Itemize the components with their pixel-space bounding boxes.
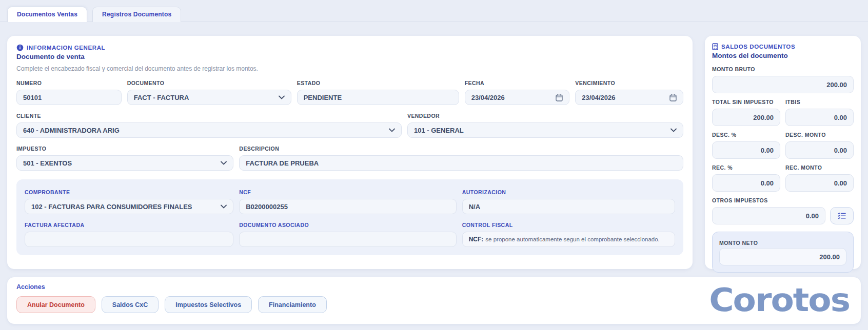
vendedor-select[interactable]: 101 - GENERAL [407,122,683,138]
saldos-cxc-button[interactable]: Saldos CxC [102,296,159,313]
financiamiento-button[interactable]: Financiamiento [258,296,327,313]
factura-afectada-label: FACTURA AFECTADA [25,222,233,228]
anular-documento-button[interactable]: Anular Documento [16,296,95,313]
rec-monto-label: REC. MONTO [785,164,854,171]
section-title-text: INFORMACION GENERAL [27,45,105,51]
comprobante-label: COMPROBANTE [25,189,233,195]
descripcion-input[interactable] [239,155,683,171]
tab-registros-documentos[interactable]: Registros Documentos [92,7,181,22]
monto-neto-label: MONTO NETO [719,240,758,246]
checklist-icon [838,212,846,219]
rec-pct-input[interactable] [712,174,780,192]
chevron-down-icon [670,128,677,132]
otros-impuestos-input[interactable] [712,207,825,224]
main-content: INFORMACION GENERAL Documento de venta C… [7,36,861,269]
documento-select[interactable]: FACT - FACTURA [127,90,291,105]
itbis-input[interactable] [785,109,854,126]
numero-input[interactable] [16,90,122,105]
tab-bar: Documentos Ventas Registros Documentos [0,0,868,22]
vencimiento-label: VENCIMIENTO [575,80,683,86]
estado-label: ESTADO [297,80,459,86]
chevron-down-icon [279,95,285,99]
cliente-label: CLIENTE [16,113,402,119]
impuesto-select[interactable]: 501 - EXENTOS [16,155,233,171]
section-header: INFORMACION GENERAL [16,44,683,51]
monto-bruto-input[interactable] [712,76,854,93]
desc-pct-input[interactable] [712,141,780,159]
impuesto-label: IMPUESTO [16,146,233,152]
rec-pct-label: REC. % [712,164,780,171]
total-sin-impuesto-input[interactable] [712,109,780,126]
ncf-label: NCF [239,189,456,195]
actions-bar: Acciones Anular Documento Saldos CxC Imp… [7,277,861,324]
control-fiscal-note: NCF: se propone automaticamente segun el… [462,232,675,247]
saldos-header: SALDOS DOCUMENTOS [712,43,854,50]
saldos-title-text: SALDOS DOCUMENTOS [721,44,795,50]
descripcion-label: DESCRIPCION [239,146,683,152]
estado-input[interactable] [297,90,459,105]
saldos-subtitle: Montos del documento [712,52,854,59]
section-subtitle: Documento de venta [16,53,683,60]
documento-asociado-input[interactable] [239,232,456,247]
tab-documentos-ventas[interactable]: Documentos Ventas [7,7,87,22]
chevron-down-icon [221,161,227,165]
monto-neto-input[interactable] [719,248,846,265]
otros-impuestos-detail-button[interactable] [830,207,854,224]
calendar-icon[interactable] [669,94,677,101]
calendar-icon[interactable] [556,94,563,101]
corotos-logo: Corotos [702,278,857,322]
desc-pct-label: DESC. % [712,132,780,138]
saldos-documentos-panel: SALDOS DOCUMENTOS Montos del documento M… [705,36,861,269]
calculator-icon [712,43,718,50]
otros-impuestos-label: OTROS IMPUESTOS [712,197,854,203]
total-sin-impuesto-label: TOTAL SIN IMPUESTO [712,99,780,105]
section-description: Complete el encabezado fiscal y comercia… [16,65,683,72]
cliente-select[interactable]: 640 - ADMINISTRADORA ARIG [16,122,402,138]
monto-neto-box: MONTO NETO [712,232,854,273]
vendedor-label: VENDEDOR [407,113,683,119]
desc-monto-label: DESC. MONTO [785,132,854,138]
desc-monto-input[interactable] [785,141,854,159]
informacion-general-panel: INFORMACION GENERAL Documento de venta C… [7,36,693,269]
documento-asociado-label: DOCUMENTO ASOCIADO [239,222,456,228]
fecha-date-input[interactable]: 23/04/2026 [465,90,570,105]
documento-label: DOCUMENTO [127,80,291,86]
fecha-label: FECHA [465,80,570,86]
info-icon [16,44,24,51]
impuestos-selectivos-button[interactable]: Impuestos Selectivos [165,296,252,313]
monto-bruto-label: MONTO BRUTO [712,66,854,72]
rec-monto-input[interactable] [785,174,854,192]
numero-label: NUMERO [16,80,122,86]
fiscal-subpanel: COMPROBANTE 102 - FACTURAS PARA CONSUMID… [16,179,683,255]
autorizacion-label: AUTORIZACION [462,189,675,195]
control-fiscal-label: CONTROL FISCAL [462,222,675,228]
chevron-down-icon [389,128,395,132]
comprobante-select[interactable]: 102 - FACTURAS PARA CONSUMIDORES FINALES [25,199,233,214]
ncf-input[interactable] [239,199,456,214]
factura-afectada-input[interactable] [25,232,233,247]
chevron-down-icon [221,204,227,209]
autorizacion-input[interactable] [462,199,675,214]
vencimiento-date-input[interactable]: 23/04/2026 [575,90,683,105]
itbis-label: ITBIS [785,99,854,105]
